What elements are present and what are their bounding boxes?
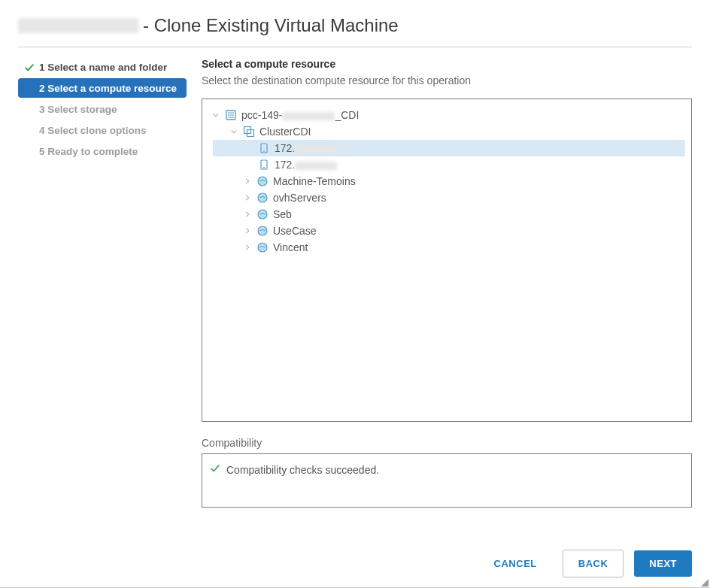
svg-point-12: [258, 210, 267, 219]
chevron-right-icon[interactable]: [243, 210, 252, 219]
chevron-right-icon[interactable]: [243, 226, 252, 235]
panel-heading: Select a compute resource: [202, 58, 692, 70]
dialog-title: - Clone Existing Virtual Machine: [18, 15, 692, 47]
tree-node-label: ovhServers: [273, 192, 326, 204]
tree-datacenter[interactable]: pcc-149-_CDI: [208, 107, 685, 123]
step-label: 3 Select storage: [39, 104, 117, 115]
step-label: 4 Select clone options: [39, 125, 147, 136]
compatibility-message: Compatibility checks succeeded.: [226, 464, 379, 476]
datacenter-icon: [225, 109, 237, 121]
svg-point-7: [263, 150, 265, 152]
resource-pool-icon: [256, 175, 269, 187]
check-icon: [24, 62, 35, 73]
tree-host[interactable]: 172.: [208, 156, 685, 173]
tree-pool[interactable]: Machine-Temoins: [208, 173, 685, 189]
tree-host-selected[interactable]: 172.: [213, 140, 685, 156]
check-icon: [210, 463, 220, 476]
host-icon: [258, 159, 270, 171]
vm-name-redacted: [18, 18, 138, 33]
host-icon: [258, 142, 270, 154]
svg-point-9: [263, 167, 265, 168]
chevron-down-icon[interactable]: [229, 127, 238, 136]
step-label: 2 Select a compute resource: [39, 83, 177, 94]
next-button[interactable]: NEXT: [634, 550, 692, 577]
svg-point-14: [258, 243, 267, 252]
tree-node-label: Seb: [273, 208, 292, 220]
step-select-clone-options: ✓ 4 Select clone options: [18, 120, 187, 140]
svg-point-10: [258, 177, 267, 186]
compatibility-label: Compatibility: [202, 437, 692, 449]
main-panel: Select a compute resource Select the des…: [193, 58, 692, 508]
tree-node-label: Vincent: [273, 241, 308, 253]
svg-point-11: [258, 193, 267, 202]
cluster-icon: [243, 126, 255, 138]
resource-pool-icon: [256, 192, 269, 204]
tree-pool[interactable]: Vincent: [208, 239, 685, 256]
svg-point-13: [258, 226, 267, 235]
wizard-steps: 1 Select a name and folder ✓ 2 Select a …: [18, 58, 193, 508]
dialog-footer: CANCEL BACK NEXT: [479, 550, 692, 577]
cancel-button[interactable]: CANCEL: [479, 550, 552, 577]
back-button[interactable]: BACK: [563, 550, 624, 577]
chevron-right-icon[interactable]: [243, 177, 252, 186]
chevron-right-icon[interactable]: [243, 243, 252, 252]
compatibility-status: Compatibility checks succeeded.: [210, 463, 684, 476]
title-suffix: - Clone Existing Virtual Machine: [143, 15, 399, 36]
compatibility-box: Compatibility checks succeeded.: [202, 453, 692, 508]
tree-node-label: 172.: [275, 159, 337, 171]
resource-tree[interactable]: pcc-149-_CDI ClusterCDI: [202, 99, 692, 422]
resize-grip-icon[interactable]: [701, 579, 708, 586]
tree-node-label: UseCase: [273, 225, 317, 237]
chevron-down-icon[interactable]: [211, 111, 220, 120]
tree-node-label: Machine-Temoins: [273, 175, 356, 187]
step-label: 5 Ready to complete: [39, 146, 138, 157]
step-select-name-folder[interactable]: 1 Select a name and folder: [18, 58, 187, 77]
resource-pool-icon: [256, 208, 269, 220]
tree-pool[interactable]: ovhServers: [208, 189, 685, 206]
resource-pool-icon: [256, 241, 269, 253]
tree-node-label: 172.: [275, 142, 337, 154]
tree-pool[interactable]: UseCase: [208, 223, 685, 239]
resource-pool-icon: [256, 225, 269, 237]
step-label: 1 Select a name and folder: [39, 62, 167, 73]
tree-node-label: ClusterCDI: [259, 126, 311, 138]
step-ready-to-complete: ✓ 5 Ready to complete: [18, 141, 187, 161]
tree-cluster[interactable]: ClusterCDI: [208, 123, 685, 140]
step-select-compute-resource[interactable]: ✓ 2 Select a compute resource: [18, 78, 187, 98]
chevron-right-icon[interactable]: [243, 193, 252, 202]
tree-pool[interactable]: Seb: [208, 206, 685, 223]
tree-node-label: pcc-149-_CDI: [241, 109, 359, 121]
panel-subheading: Select the destination compute resource …: [202, 74, 692, 86]
step-select-storage: ✓ 3 Select storage: [18, 99, 187, 119]
